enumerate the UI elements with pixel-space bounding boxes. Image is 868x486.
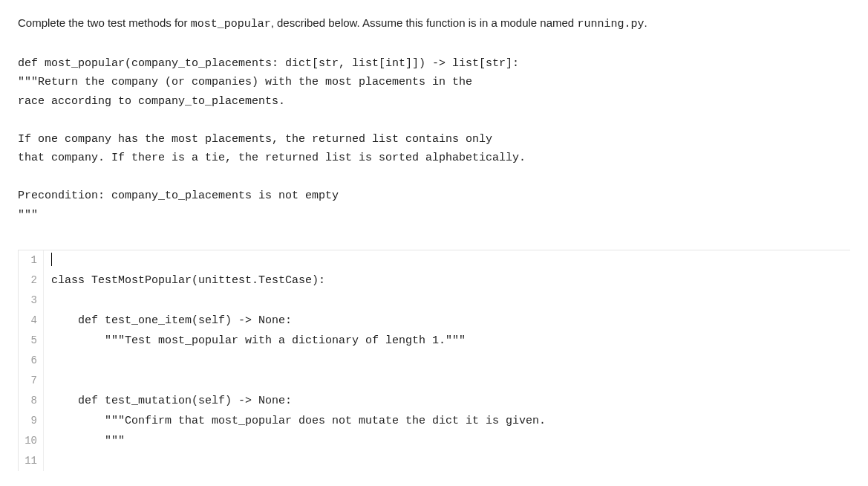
editor-line: 10 """ [19, 431, 850, 451]
code-content[interactable]: def test_one_item(self) -> None: [44, 311, 850, 331]
function-docstring-block: def most_popular(company_to_placements: … [18, 54, 850, 225]
code-content[interactable] [44, 291, 850, 311]
editor-line: 5 """Test most_popular with a dictionary… [19, 331, 850, 351]
editor-line: 8 def test_mutation(self) -> None: [19, 391, 850, 411]
line-number: 4 [19, 311, 44, 331]
line-number: 6 [19, 351, 44, 371]
code-content[interactable] [44, 250, 850, 270]
line-number: 11 [19, 451, 44, 471]
instruction-text-prefix: Complete the two test methods for [18, 16, 191, 29]
editor-line: 2 class TestMostPopular(unittest.TestCas… [19, 270, 850, 291]
editor-line: 1 [19, 250, 850, 270]
line-number: 3 [19, 291, 44, 311]
code-content[interactable] [44, 371, 850, 391]
module-name-inline: running.py [577, 18, 644, 30]
instruction-paragraph: Complete the two test methods for most_p… [18, 15, 850, 33]
code-content[interactable]: """ [44, 431, 850, 451]
editor-line: 11 [19, 451, 850, 471]
code-content[interactable]: """Test most_popular with a dictionary o… [44, 331, 850, 351]
code-content[interactable]: class TestMostPopular(unittest.TestCase)… [44, 270, 850, 291]
code-content[interactable]: def test_mutation(self) -> None: [44, 391, 850, 411]
function-name-inline: most_popular [191, 18, 271, 30]
line-number: 5 [19, 331, 44, 351]
line-number: 10 [19, 431, 44, 451]
instruction-text-suffix: . [644, 16, 647, 29]
editor-line: 4 def test_one_item(self) -> None: [19, 311, 850, 331]
line-number: 8 [19, 391, 44, 411]
editor-line: 6 [19, 351, 850, 371]
code-content[interactable] [44, 351, 850, 371]
code-content[interactable] [44, 451, 850, 471]
line-number: 9 [19, 411, 44, 431]
editor-line: 7 [19, 371, 850, 391]
instruction-text-middle: , described below. Assume this function … [271, 16, 578, 29]
line-number: 1 [19, 250, 44, 270]
editor-line: 9 """Confirm that most_popular does not … [19, 411, 850, 431]
text-cursor [51, 253, 52, 266]
editor-line: 3 [19, 291, 850, 311]
code-content[interactable]: """Confirm that most_popular does not mu… [44, 411, 850, 431]
line-number: 2 [19, 270, 44, 291]
line-number: 7 [19, 371, 44, 391]
code-editor[interactable]: 1 2 class TestMostPopular(unittest.TestC… [18, 250, 850, 471]
